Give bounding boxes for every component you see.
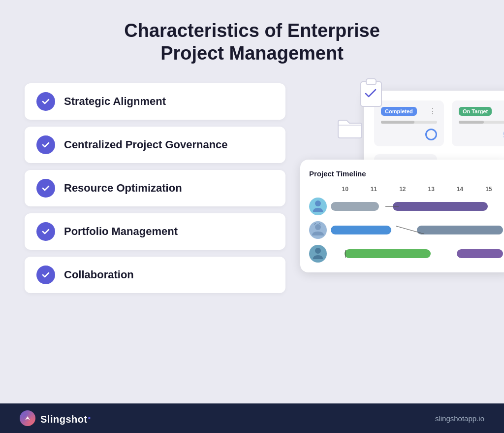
clipboard-icon bbox=[357, 76, 385, 111]
progress-bar-2 bbox=[459, 121, 504, 124]
timeline-headers: 10 11 12 13 14 15 bbox=[331, 186, 503, 193]
timeline-col-14: 14 bbox=[445, 186, 474, 193]
check-icon-2 bbox=[36, 135, 55, 154]
check-icon-1 bbox=[36, 92, 55, 111]
timeline-row-2 bbox=[309, 221, 503, 239]
left-panel: Strategic Alignment Centralized Project … bbox=[25, 83, 285, 293]
status-row-top: Completed ⋮ On Target ⋮ bbox=[374, 100, 504, 146]
status-card-on-target: On Target ⋮ bbox=[452, 100, 504, 146]
slingshot-logo-icon bbox=[20, 410, 35, 426]
status-card-header-2: On Target ⋮ bbox=[459, 106, 504, 116]
gantt-area-1 bbox=[331, 201, 503, 212]
arrow-svg-2 bbox=[331, 225, 503, 235]
check-icon-4 bbox=[36, 222, 55, 241]
avatar-3 bbox=[309, 245, 327, 263]
gantt-area-3 bbox=[331, 248, 503, 259]
check-icon-3 bbox=[36, 179, 55, 198]
item-label-portfolio-management: Portfolio Management bbox=[64, 225, 178, 238]
timeline-row-3 bbox=[309, 245, 503, 263]
folder-icon bbox=[336, 115, 364, 142]
footer-logo-text: Slingshot· bbox=[40, 410, 92, 426]
main-content: Characteristics of Enterprise Project Ma… bbox=[0, 0, 504, 403]
list-item-resource-optimization: Resource Optimization bbox=[25, 170, 285, 206]
svg-point-6 bbox=[315, 248, 321, 254]
timeline-row-1 bbox=[309, 198, 503, 215]
list-item-centralized-governance: Centralized Project Governance bbox=[25, 127, 285, 163]
check-icon-5 bbox=[36, 266, 55, 284]
item-label-resource-optimization: Resource Optimization bbox=[64, 182, 182, 195]
right-panel: Completed ⋮ On Target ⋮ bbox=[300, 83, 479, 359]
timeline-panel: Project Timeline 10 11 12 13 14 15 bbox=[300, 160, 504, 272]
svg-point-2 bbox=[315, 200, 321, 206]
progress-fill-2 bbox=[459, 121, 484, 124]
timeline-col-15: 15 bbox=[474, 186, 503, 193]
status-card-header-1: Completed ⋮ bbox=[381, 106, 437, 116]
item-label-strategic-alignment: Strategic Alignment bbox=[64, 95, 166, 108]
timeline-col-11: 11 bbox=[359, 186, 388, 193]
arrow-svg-3 bbox=[331, 248, 503, 259]
footer: Slingshot· slingshotapp.io bbox=[0, 403, 504, 433]
progress-bar-1 bbox=[381, 121, 437, 124]
timeline-rows bbox=[309, 198, 503, 263]
status-badge-completed-1: Completed bbox=[381, 107, 417, 116]
svg-rect-1 bbox=[366, 79, 376, 85]
timeline-col-10: 10 bbox=[331, 186, 359, 193]
timeline-col-13: 13 bbox=[417, 186, 445, 193]
list-item-strategic-alignment: Strategic Alignment bbox=[25, 83, 285, 120]
list-item-collaboration: Collaboration bbox=[25, 257, 285, 293]
footer-logo: Slingshot· bbox=[20, 410, 92, 426]
arrow-svg-1 bbox=[331, 201, 503, 212]
gantt-area-2 bbox=[331, 225, 503, 235]
list-item-portfolio-management: Portfolio Management bbox=[25, 213, 285, 250]
progress-fill-1 bbox=[381, 121, 414, 124]
page-title: Characteristics of Enterprise Project Ma… bbox=[25, 20, 479, 65]
content-area: Strategic Alignment Centralized Project … bbox=[25, 83, 479, 359]
timeline-title: Project Timeline bbox=[309, 169, 503, 178]
avatar-2 bbox=[309, 221, 327, 239]
svg-line-5 bbox=[396, 226, 424, 234]
item-label-centralized-governance: Centralized Project Governance bbox=[64, 138, 228, 151]
avatar-1 bbox=[309, 198, 327, 215]
item-label-collaboration: Collaboration bbox=[64, 268, 134, 281]
dots-menu-1[interactable]: ⋮ bbox=[429, 106, 437, 116]
circle-indicator-1 bbox=[425, 129, 437, 140]
timeline-col-12: 12 bbox=[388, 186, 417, 193]
footer-url: slingshotapp.io bbox=[435, 414, 484, 423]
status-badge-on-target: On Target bbox=[459, 107, 492, 116]
